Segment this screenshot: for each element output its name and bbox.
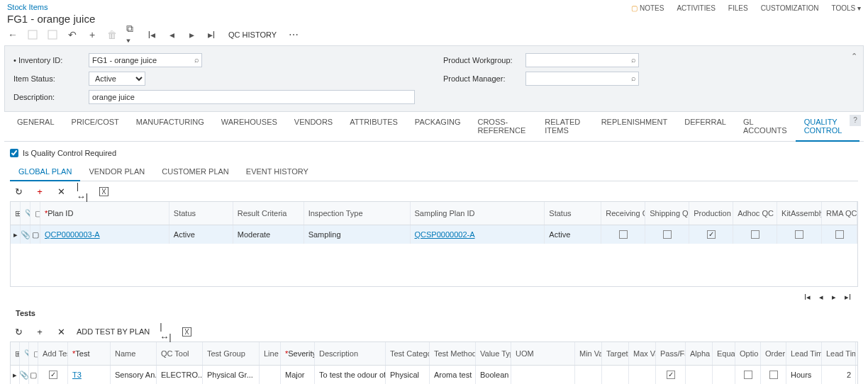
item-status-select[interactable]: Active [89, 72, 145, 86]
row-expand[interactable]: ▸ [11, 225, 21, 244]
tcol-opt[interactable]: Optio Test [735, 342, 761, 365]
tests-export-icon[interactable]: 🅇 [181, 326, 192, 337]
export-icon[interactable]: 🅇 [98, 186, 109, 197]
tab-price-cost[interactable]: PRICE/COST [63, 112, 128, 141]
tab-manufacturing[interactable]: MANUFACTURING [128, 112, 213, 141]
col-prod[interactable]: Production QC [689, 202, 733, 225]
tab-replenishment[interactable]: REPLENISHMENT [593, 112, 677, 141]
subtab-customer-plan[interactable]: CUSTOMER PLAN [153, 163, 238, 181]
tcol-ord[interactable]: Order Level Test [761, 342, 786, 365]
col-adhoc[interactable]: Adhoc QC [733, 202, 777, 225]
tcell-opt[interactable] [735, 366, 761, 384]
page-first-icon[interactable]: I◂ [804, 293, 811, 302]
copy-icon[interactable]: ⧉ ▾ [126, 29, 138, 40]
col-status2[interactable]: Status [545, 202, 601, 225]
subtab-event-history[interactable]: EVENT HISTORY [238, 163, 317, 181]
tcol-desc[interactable]: Description [315, 342, 386, 365]
subtab-vendor-plan[interactable]: VENDOR PLAN [80, 163, 153, 181]
col-insp[interactable]: Inspection Type [304, 202, 411, 225]
tcol-sev[interactable]: *Severity Level [281, 342, 315, 365]
cell-ship[interactable] [645, 225, 689, 244]
tcol-lttype[interactable]: Lead Time Duration Type [786, 342, 822, 365]
tcol-max[interactable]: Max Value [629, 342, 656, 365]
cell-prod[interactable] [689, 225, 733, 244]
collapse-icon[interactable]: ⌃ [851, 52, 857, 61]
nav-notes[interactable]: ▢ NOTES [631, 4, 664, 12]
tab-packaging[interactable]: PACKAGING [406, 112, 469, 141]
tcol-name[interactable]: Name [111, 342, 157, 365]
tcol-pf[interactable]: Pass/Fa [656, 342, 686, 365]
tab-gl-accounts[interactable]: GL ACCOUNTS [735, 112, 796, 141]
row-note[interactable]: ▢ [30, 225, 40, 244]
tab-related-items[interactable]: RELATED ITEMS [536, 112, 592, 141]
tcol-line[interactable]: Line Nbr [260, 342, 281, 365]
page-last-icon[interactable]: ▸I [845, 293, 851, 302]
nav-tools[interactable]: TOOLS ▾ [832, 4, 862, 12]
cell-recv[interactable] [601, 225, 645, 244]
tcol-uom[interactable]: UOM [511, 342, 575, 365]
manager-input[interactable] [525, 72, 639, 86]
help-icon[interactable]: ? [850, 115, 861, 126]
col-result[interactable]: Result Criteria [233, 202, 304, 225]
nav-activities[interactable]: ACTIVITIES [677, 4, 715, 12]
nav-files[interactable]: FILES [728, 4, 748, 12]
tcol-lt[interactable]: Lead Time Duration [822, 342, 856, 365]
qc-history-button[interactable]: QC HISTORY [226, 30, 279, 39]
tab-deferral[interactable]: DEFERRAL [676, 112, 735, 141]
col-ship[interactable]: Shipping QC [645, 202, 689, 225]
cell-adhoc[interactable] [733, 225, 777, 244]
nav-customization[interactable]: CUSTOMIZATION [761, 4, 819, 12]
tests-fit-icon[interactable]: |↔| [160, 326, 171, 337]
inventory-id-input[interactable] [89, 53, 202, 67]
col-samp[interactable]: Sampling Plan ID [411, 202, 545, 225]
tcell-add[interactable] [38, 366, 68, 384]
tcol-group[interactable]: Test Group [203, 342, 260, 365]
tab-general[interactable]: GENERAL [9, 112, 63, 141]
page-next-icon[interactable]: ▸ [832, 293, 836, 302]
save-icon[interactable] [47, 29, 58, 40]
prev-icon[interactable]: ◂ [166, 29, 177, 40]
trow-note[interactable]: ▢ [29, 366, 38, 384]
cell-samp[interactable]: QCSP0000002-A [411, 225, 545, 244]
col-rma[interactable]: RMA QC [822, 202, 857, 225]
trow-pin[interactable]: 📎 [20, 366, 29, 384]
delete-row-icon[interactable]: ✕ [55, 186, 67, 197]
back-icon[interactable]: ← [7, 29, 18, 40]
tab-vendors[interactable]: VENDORS [286, 112, 341, 141]
col-kit[interactable]: KitAssembly QC [777, 202, 822, 225]
tab-warehouses[interactable]: WAREHOUSES [213, 112, 286, 141]
tab-cross-reference[interactable]: CROSS-REFERENCE [469, 112, 536, 141]
tcol-test[interactable]: *Test [68, 342, 111, 365]
tcol-eq[interactable]: Equa [713, 342, 735, 365]
tcol-method[interactable]: Test Method [430, 342, 476, 365]
tcol-vtype[interactable]: Value Type [476, 342, 511, 365]
cell-plan-id[interactable]: QCP0000003-A [40, 225, 169, 244]
tcol-cat[interactable]: Test Category [386, 342, 430, 365]
first-icon[interactable]: I◂ [146, 29, 157, 40]
next-icon[interactable]: ▸ [186, 29, 197, 40]
page-prev-icon[interactable]: ◂ [819, 293, 823, 302]
col-plan-id[interactable]: *Plan ID [40, 202, 169, 225]
cell-kit[interactable] [777, 225, 822, 244]
subtab-global-plan[interactable]: GLOBAL PLAN [10, 163, 80, 181]
breadcrumb[interactable]: Stock Items [7, 3, 48, 11]
qc-required-checkbox[interactable] [10, 149, 18, 157]
last-icon[interactable]: ▸I [206, 29, 217, 40]
trow-expand[interactable]: ▸ [11, 366, 20, 384]
add-test-by-plan-button[interactable]: ADD TEST BY PLAN [77, 327, 150, 336]
col-recv[interactable]: Receiving QC [601, 202, 645, 225]
tcell-pf[interactable] [656, 366, 686, 384]
tcol-min[interactable]: Min Value [575, 342, 602, 365]
tcol-tool[interactable]: QC Tool [157, 342, 203, 365]
add-row-icon[interactable]: + [34, 186, 45, 197]
tcol-targ[interactable]: Target Value [602, 342, 629, 365]
tcell-ord[interactable] [761, 366, 786, 384]
refresh-icon[interactable]: ↻ [13, 186, 24, 197]
tests-refresh-icon[interactable]: ↻ [13, 326, 24, 337]
delete-icon[interactable]: 🗑 [106, 29, 118, 40]
tests-delete-icon[interactable]: ✕ [55, 326, 67, 337]
fit-icon[interactable]: |↔| [77, 186, 88, 197]
workgroup-input[interactable] [525, 53, 639, 67]
description-input[interactable] [89, 90, 415, 104]
more-icon[interactable]: ⋯ [288, 29, 299, 40]
